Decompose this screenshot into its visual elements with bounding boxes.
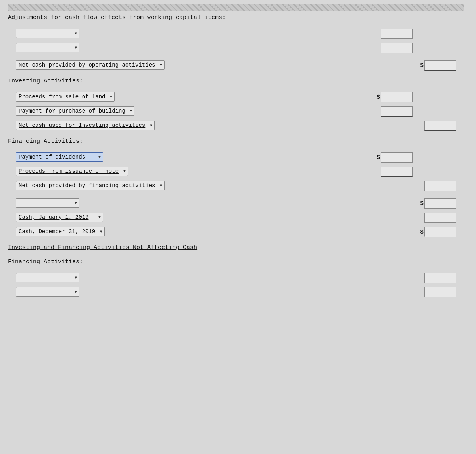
- wc-input1-bottom[interactable]: [381, 43, 413, 53]
- wc-row1: [8, 29, 464, 41]
- financing-footer-header: Financing Activities:: [8, 259, 83, 265]
- payment-building-dropdown[interactable]: Payment for purchase of building: [16, 106, 134, 116]
- cash-dec-dollar: $: [420, 229, 424, 235]
- financing-header-row: Financing Activities:: [8, 138, 464, 151]
- proceeds-land-input-group: $: [377, 92, 413, 102]
- net-cash-financing-input[interactable]: [424, 181, 456, 191]
- payment-building-row: Payment for purchase of building: [8, 106, 464, 119]
- unknown-dollar-sign: $: [420, 200, 424, 207]
- footer-input1[interactable]: [424, 273, 456, 283]
- investing-financing-note: Investing and Financing Activities Not A…: [8, 244, 197, 251]
- payment-dividends-wrapper: Payment of dividends: [16, 152, 103, 162]
- payment-dividends-dollar: $: [377, 154, 380, 161]
- footer-dropdown1[interactable]: [16, 273, 79, 282]
- payment-building-wrapper: Payment for purchase of building: [16, 106, 134, 116]
- unknown-row: $: [8, 198, 464, 211]
- cash-jan-wrapper: Cash, January 1, 2019: [16, 213, 103, 222]
- footer-row1: [8, 273, 464, 285]
- cash-dec-dropdown[interactable]: Cash, December 31, 2019: [16, 227, 105, 236]
- payment-dividends-input-group: $: [377, 152, 413, 163]
- cash-jan-input[interactable]: [424, 213, 456, 223]
- footer-dropdown1-wrapper: [16, 273, 79, 282]
- cash-dec-wrapper: Cash, December 31, 2019: [16, 227, 105, 236]
- investing-header: Investing Activities:: [8, 78, 83, 84]
- proceeds-land-row: Proceeds from sale of land $: [8, 92, 464, 105]
- net-cash-financing-dropdown[interactable]: Net cash provided by financing activitie…: [16, 181, 165, 190]
- footer-row2: [8, 287, 464, 300]
- net-cash-investing-wrapper: Net cash used for Investing activities: [16, 121, 155, 130]
- proceeds-note-input[interactable]: [381, 167, 413, 177]
- proceeds-land-dropdown[interactable]: Proceeds from sale of land: [16, 92, 115, 102]
- top-header-stripe: [8, 4, 464, 11]
- financing-footer-header-row: Financing Activities:: [8, 259, 464, 271]
- wc-row2: [8, 43, 464, 56]
- footer-input2[interactable]: [424, 287, 456, 297]
- wc-dropdown2-wrapper: [16, 43, 79, 52]
- net-cash-operating-input-group: $: [420, 60, 456, 71]
- proceeds-land-dollar: $: [377, 94, 380, 100]
- wc-dropdown1[interactable]: [16, 29, 79, 38]
- wc-input1-top[interactable]: [381, 29, 413, 39]
- cash-jan-row: Cash, January 1, 2019: [8, 213, 464, 225]
- net-cash-investing-input[interactable]: [424, 121, 456, 131]
- unknown-input-group: $: [420, 198, 456, 209]
- net-cash-investing-row: Net cash used for Investing activities: [8, 121, 464, 133]
- working-capital-title-row: Adjustments for cash flow effects from w…: [8, 14, 464, 27]
- proceeds-note-row: Proceeds from issuance of note: [8, 167, 464, 179]
- investing-header-row: Investing Activities:: [8, 78, 464, 90]
- wc-dropdown2[interactable]: [16, 43, 79, 52]
- net-cash-financing-wrapper: Net cash provided by financing activitie…: [16, 181, 165, 190]
- payment-dividends-input[interactable]: [381, 152, 413, 163]
- proceeds-land-wrapper: Proceeds from sale of land: [16, 92, 115, 102]
- proceeds-note-wrapper: Proceeds from issuance of note: [16, 167, 128, 176]
- operating-dollar-sign: $: [420, 62, 424, 69]
- net-cash-operating-row: Net cash provided by operating activitie…: [8, 60, 464, 73]
- cash-dec-input-group: $: [420, 227, 456, 237]
- cash-dec-row: Cash, December 31, 2019 $: [8, 227, 464, 239]
- proceeds-land-input[interactable]: [381, 92, 413, 102]
- proceeds-note-dropdown[interactable]: Proceeds from issuance of note: [16, 167, 128, 176]
- financing-header: Financing Activities:: [8, 138, 83, 145]
- cash-dec-input[interactable]: [424, 227, 456, 237]
- net-cash-investing-dropdown[interactable]: Net cash used for Investing activities: [16, 121, 155, 130]
- page-container: Adjustments for cash flow effects from w…: [0, 0, 476, 454]
- footer-dropdown2-wrapper: [16, 287, 79, 297]
- unknown-dropdown-wrapper: [16, 198, 79, 208]
- wc-dropdown1-wrapper: [16, 29, 79, 38]
- cash-jan-dropdown[interactable]: Cash, January 1, 2019: [16, 213, 103, 222]
- net-cash-operating-wrapper: Net cash provided by operating activitie…: [16, 60, 165, 70]
- net-cash-financing-row: Net cash provided by financing activitie…: [8, 181, 464, 193]
- net-cash-operating-input[interactable]: [424, 60, 456, 71]
- net-cash-operating-dropdown[interactable]: Net cash provided by operating activitie…: [16, 60, 165, 70]
- footer-dropdown2[interactable]: [16, 287, 79, 297]
- unknown-dropdown[interactable]: [16, 198, 79, 208]
- payment-dividends-row: Payment of dividends $: [8, 152, 464, 165]
- investing-financing-note-row: Investing and Financing Activities Not A…: [8, 244, 464, 257]
- payment-building-input[interactable]: [381, 106, 413, 117]
- unknown-input[interactable]: [424, 198, 456, 209]
- payment-dividends-dropdown[interactable]: Payment of dividends: [16, 152, 103, 162]
- working-capital-label: Adjustments for cash flow effects from w…: [8, 14, 226, 21]
